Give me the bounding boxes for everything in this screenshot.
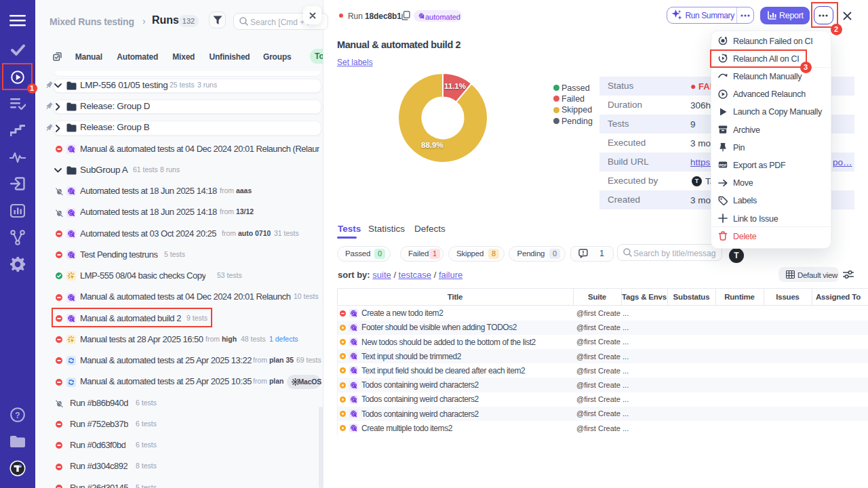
svg-text:PDF: PDF (719, 163, 727, 167)
svg-text:?: ? (15, 411, 20, 420)
